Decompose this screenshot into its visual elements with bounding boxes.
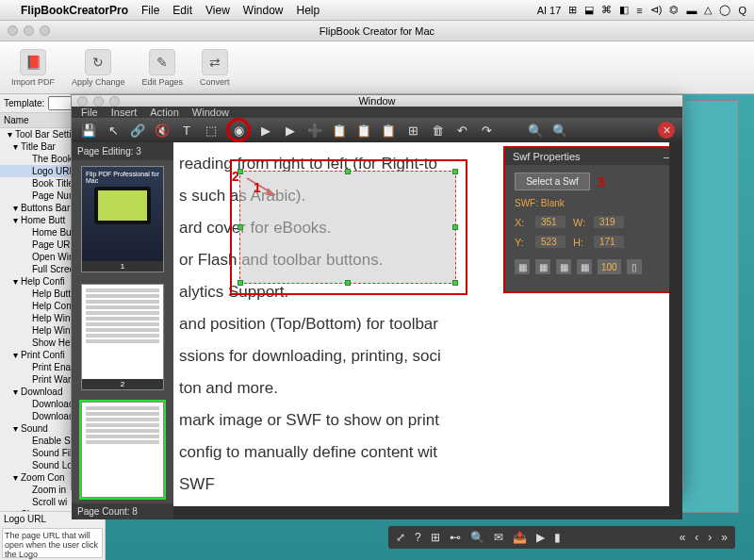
toolbar-button[interactable]: 💾	[79, 121, 98, 140]
toolbar-button[interactable]: 📋	[379, 121, 398, 140]
ribbon-label: Edit Pages	[142, 77, 184, 87]
toolbar-button[interactable]: ⬚	[202, 121, 221, 140]
toolbar-button[interactable]	[501, 121, 520, 140]
refresh-icon: ↻	[85, 49, 111, 75]
editor-canvas[interactable]: reading from right to left (for Right-to…	[173, 142, 682, 519]
lock-icon[interactable]: ▯	[627, 259, 642, 274]
help-icon[interactable]: ?	[415, 531, 421, 544]
toolbar-button[interactable]: ⊞	[403, 121, 422, 140]
editor-scrollbar-h[interactable]	[173, 506, 682, 519]
toolbar-button[interactable]: ▶	[281, 121, 300, 140]
app-titlebar: FlipBook Creator for Mac	[0, 21, 754, 41]
align-icon[interactable]: ▦	[556, 259, 571, 274]
tray-flag-icon[interactable]: ▬	[686, 5, 697, 16]
share-icon[interactable]: 📤	[513, 531, 527, 544]
prop-x[interactable]: 351	[535, 216, 566, 228]
toolbar-button[interactable]: 🗑	[428, 121, 447, 140]
toolbar-button[interactable]: ↖	[104, 121, 123, 140]
swf-selection-box[interactable]	[239, 171, 456, 284]
toolbar-button[interactable]: ↷	[477, 121, 496, 140]
toolbar-button[interactable]: 📋	[330, 121, 349, 140]
align-icon[interactable]: ▦	[515, 259, 530, 274]
thumb-3[interactable]	[81, 402, 164, 498]
ribbon-label: Convert	[200, 77, 230, 87]
tray-spotlight-icon[interactable]: Q	[738, 5, 746, 16]
editor-title-text: Window	[358, 95, 395, 107]
align-icons: ▦ ▦ ▦ ▦ 100 ▯	[515, 259, 667, 274]
mail-icon[interactable]: ✉	[494, 531, 503, 544]
toolbar-close-icon[interactable]: ✕	[658, 122, 675, 139]
import-pdf-button[interactable]: 📕Import PDF	[11, 49, 55, 87]
toolbar-button[interactable]: ◉	[226, 118, 251, 142]
app-name[interactable]: FlipBookCreatorPro	[21, 4, 128, 17]
depth-value[interactable]: 100	[598, 259, 621, 274]
toolbar-button[interactable]: 🔇	[153, 121, 172, 140]
thumb-title: Flip PDF Professional for Mac	[86, 171, 159, 184]
pdf-icon: 📕	[20, 49, 46, 75]
menu-window[interactable]: Window	[243, 4, 284, 17]
tray-icon[interactable]: ≡	[636, 5, 642, 16]
tray-icon[interactable]: ⌘	[601, 4, 612, 16]
tray-icon[interactable]: ⏣	[669, 4, 679, 16]
edit-icon: ✎	[149, 49, 175, 75]
tray-volume-icon[interactable]: ⊲)	[650, 4, 663, 16]
editor-menubar: File Insert Action Window	[72, 107, 682, 118]
toolbar-button[interactable]: 🔍	[550, 121, 569, 140]
thumb-1[interactable]: Flip PDF Professional for Mac 1	[81, 166, 164, 272]
toolbar-button[interactable]: ▶	[256, 121, 275, 140]
thumb-2[interactable]: 2	[81, 284, 164, 390]
toolbar-button[interactable]: T	[177, 121, 196, 140]
toolbar-button[interactable]: ➕	[305, 121, 324, 140]
zoom-icon[interactable]: 🔍	[470, 531, 484, 544]
convert-button[interactable]: ⇄Convert	[200, 49, 230, 87]
first-page-icon[interactable]: «	[680, 531, 686, 544]
prop-h[interactable]: 171	[594, 236, 624, 248]
align-icon[interactable]: ▦	[535, 259, 550, 274]
traffic-lights[interactable]	[8, 25, 50, 36]
ribbon-toolbar: 📕Import PDF ↻Apply Change ✎Edit Pages ⇄C…	[0, 41, 754, 94]
editor-menu-action[interactable]: Action	[150, 107, 179, 118]
prop-w[interactable]: 319	[594, 216, 624, 228]
mac-menubar: FlipBookCreatorPro File Edit View Window…	[0, 0, 754, 21]
window-title: FlipBook Creator for Mac	[320, 25, 434, 37]
fullscreen-icon[interactable]: ⤢	[396, 531, 405, 544]
thumbnails-icon[interactable]: ⊞	[431, 531, 440, 544]
tray-icons: AI 17 ⊞ ⬓ ⌘ ◧ ≡ ⊲) ⏣ ▬ △ ◯ Q	[537, 4, 746, 16]
next-page-icon[interactable]: ›	[708, 531, 712, 544]
toolbar-button[interactable]: 🔗	[128, 121, 147, 140]
menu-file[interactable]: File	[141, 4, 159, 17]
page-thumbnails-strip: Page Editing: 3 Flip PDF Professional fo…	[72, 142, 173, 519]
toolbar-button[interactable]: ↶	[452, 121, 471, 140]
stop-icon[interactable]: ▮	[554, 531, 561, 544]
prop-y[interactable]: 523	[535, 236, 566, 248]
toolbar-button[interactable]: 🔍	[526, 121, 545, 140]
tray-icon[interactable]: △	[704, 4, 712, 16]
menu-edit[interactable]: Edit	[172, 4, 192, 17]
prev-page-icon[interactable]: ‹	[695, 531, 698, 544]
last-page-icon[interactable]: »	[721, 531, 728, 544]
play-icon[interactable]: ▶	[536, 531, 545, 544]
annotation-3: 3	[598, 174, 605, 189]
align-icon[interactable]: ▦	[577, 259, 592, 274]
editor-menu-insert[interactable]: Insert	[111, 107, 138, 118]
tray-ai[interactable]: AI 17	[537, 5, 562, 16]
edit-pages-button[interactable]: ✎Edit Pages	[142, 49, 184, 87]
ribbon-label: Import PDF	[11, 77, 55, 87]
menu-view[interactable]: View	[205, 4, 230, 17]
editor-menu-file[interactable]: File	[81, 107, 98, 118]
apply-change-button[interactable]: ↻Apply Change	[72, 49, 125, 87]
tray-icon[interactable]: ⬓	[584, 4, 594, 16]
editor-titlebar[interactable]: Window	[72, 95, 682, 107]
editor-menu-window[interactable]: Window	[192, 107, 229, 118]
select-swf-button[interactable]: Select a Swf	[515, 173, 590, 190]
sound-icon[interactable]: ⊷	[450, 531, 461, 544]
editor-scrollbar-v[interactable]	[669, 142, 682, 519]
menu-help[interactable]: Help	[297, 4, 320, 17]
annotation-1: 1	[254, 180, 261, 195]
tray-icon[interactable]: ⊞	[568, 4, 577, 16]
tray-icon[interactable]: ◯	[719, 4, 730, 16]
thumb-caption: 2	[82, 379, 163, 389]
convert-icon: ⇄	[202, 49, 228, 75]
tray-icon[interactable]: ◧	[619, 4, 629, 16]
toolbar-button[interactable]: 📋	[354, 121, 373, 140]
